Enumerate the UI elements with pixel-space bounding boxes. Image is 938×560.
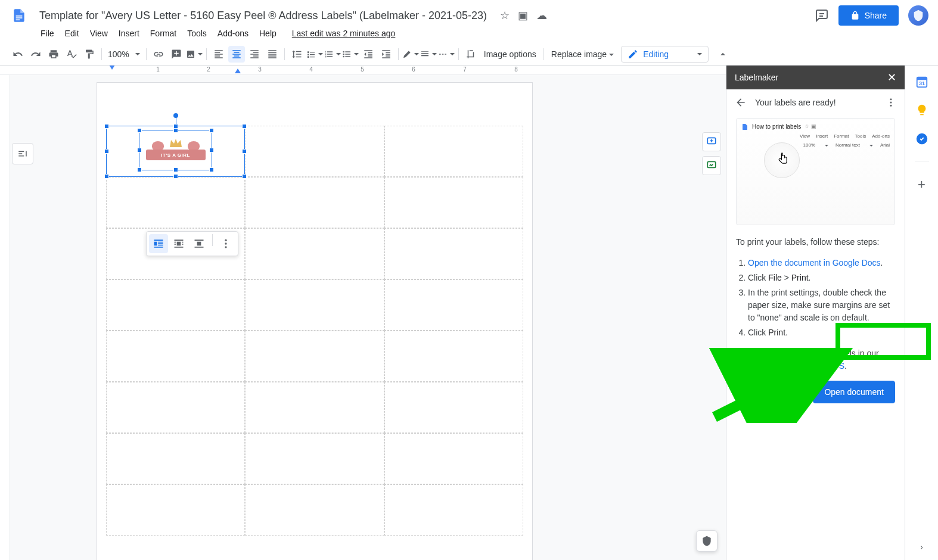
label-cell[interactable] [384,382,523,433]
right-rail: 31 + › [905,66,938,560]
close-icon[interactable]: ✕ [887,71,896,84]
image-options-button[interactable]: Image options [480,47,540,61]
label-cell[interactable] [245,382,384,433]
label-cell[interactable] [384,177,523,228]
back-icon[interactable] [735,97,747,108]
horizontal-ruler[interactable]: 1 2 3 4 5 6 7 8 [0,66,726,75]
align-center-icon[interactable] [228,46,245,63]
document-area[interactable]: 1 2 3 4 5 6 7 8 [0,66,726,560]
label-cell[interactable] [384,228,523,279]
selected-image[interactable]: IT'S A GIRL [139,130,212,170]
border-weight-icon[interactable] [420,46,437,63]
editing-mode-button[interactable]: Editing [621,46,709,63]
label-cell[interactable] [245,126,384,177]
menu-insert[interactable]: Insert [114,26,144,41]
spellcheck-icon[interactable] [63,46,80,63]
macos-link[interactable]: macOS [816,361,844,371]
zoom-select[interactable]: 100% [105,47,142,61]
docs-logo[interactable] [7,4,31,27]
open-document-button[interactable]: Open document [813,381,895,403]
tasks-icon[interactable] [915,132,928,145]
collapse-rail-icon[interactable]: › [912,534,931,560]
svg-rect-20 [917,77,927,80]
border-color-icon[interactable] [402,46,419,63]
label-cell[interactable] [384,279,523,331]
keep-icon[interactable] [915,104,928,117]
undo-icon[interactable] [10,46,26,63]
label-cell[interactable] [106,484,245,536]
border-dash-icon[interactable] [438,46,455,63]
cloud-icon[interactable]: ☁ [536,9,547,22]
document-page[interactable]: IT'S A GIRL [97,82,533,560]
wrap-text-icon[interactable] [169,234,188,253]
menu-addons[interactable]: Add-ons [213,26,253,41]
more-icon[interactable] [886,97,896,108]
collapse-toolbar-icon[interactable] [715,46,731,63]
image-icon[interactable] [186,46,203,63]
open-doc-link[interactable]: Open the document in Google Docs [748,258,881,267]
comments-icon[interactable] [815,8,829,23]
menu-view[interactable]: View [85,26,113,41]
label-cell[interactable] [384,484,523,536]
share-button[interactable]: Share [838,5,899,26]
outline-toggle-icon[interactable] [12,143,33,164]
label-cell[interactable] [384,126,523,177]
label-cell[interactable] [106,382,245,433]
menu-edit[interactable]: Edit [60,26,84,41]
bulleted-list-icon[interactable] [342,46,359,63]
redo-icon[interactable] [27,46,44,63]
label-cell[interactable] [245,228,384,279]
vertical-ruler[interactable] [0,75,10,560]
label-cell[interactable] [106,177,245,228]
svg-point-10 [225,246,226,248]
wrap-inline-icon[interactable] [149,234,168,253]
label-cell[interactable] [106,279,245,331]
align-right-icon[interactable] [246,46,263,63]
calendar-icon[interactable]: 31 [915,75,928,88]
add-addon-icon[interactable]: + [915,177,928,190]
numbered-list-icon[interactable] [324,46,341,63]
svg-rect-14 [707,161,715,167]
label-cell[interactable] [106,433,245,484]
comment-icon[interactable] [168,46,185,63]
label-cell[interactable] [384,433,523,484]
label-cell-selected[interactable]: IT'S A GIRL [106,126,245,177]
menu-file[interactable]: File [36,26,59,41]
windows-link[interactable]: Windows [771,361,805,371]
add-comment-icon[interactable] [702,132,721,151]
label-cell[interactable] [245,177,384,228]
link-icon[interactable] [150,46,167,63]
label-cell[interactable] [106,331,245,382]
image-wrap-toolbar [146,231,238,256]
checklist-icon[interactable] [306,46,323,63]
image-more-icon[interactable] [216,234,235,253]
line-spacing-icon[interactable] [288,46,305,63]
menu-help[interactable]: Help [254,26,281,41]
wrap-break-icon[interactable] [190,234,209,253]
menu-tools[interactable]: Tools [182,26,212,41]
svg-point-17 [890,105,892,107]
label-cell[interactable] [245,433,384,484]
print-icon[interactable] [45,46,62,63]
back-button[interactable]: Back [766,381,805,403]
indent-decrease-icon[interactable] [360,46,377,63]
crop-icon[interactable] [462,46,479,63]
suggest-edit-icon[interactable] [702,156,721,175]
indent-increase-icon[interactable] [378,46,395,63]
menu-format[interactable]: Format [145,26,181,41]
doc-title[interactable]: Template for "Avery US Letter - 5160 Eas… [36,8,490,23]
replace-image-button[interactable]: Replace image [548,47,617,61]
align-justify-icon[interactable] [264,46,281,63]
move-icon[interactable]: ▣ [518,9,528,22]
last-edit-link[interactable]: Last edit was 2 minutes ago [287,26,400,41]
label-cell[interactable] [245,279,384,331]
explore-button[interactable] [696,530,718,552]
star-icon[interactable]: ☆ [500,9,510,22]
account-avatar[interactable] [908,5,928,26]
paint-format-icon[interactable] [81,46,98,63]
label-cell[interactable] [384,331,523,382]
align-left-icon[interactable] [210,46,227,63]
share-label: Share [865,11,887,20]
label-cell[interactable] [245,484,384,536]
label-cell[interactable] [245,331,384,382]
